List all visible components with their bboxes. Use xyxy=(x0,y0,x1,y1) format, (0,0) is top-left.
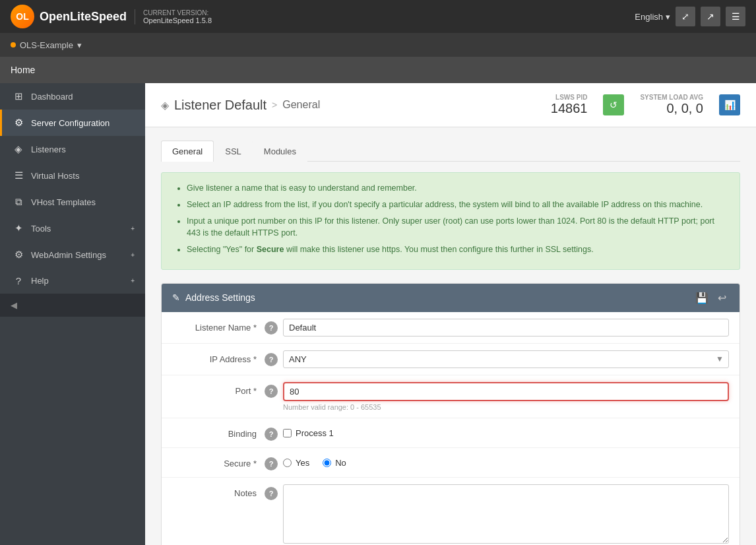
external-link-button[interactable]: ↗ xyxy=(701,7,720,26)
vhost-templates-icon: ⧉ xyxy=(13,196,24,208)
sidebar-item-dashboard[interactable]: ⊞ Dashboard xyxy=(0,83,145,110)
logo-text: OpenLiteSpeed xyxy=(40,10,127,24)
help-icon-listener-name[interactable]: ? xyxy=(265,321,278,335)
listeners-icon: ◈ xyxy=(13,143,24,155)
notes-label: Notes xyxy=(172,484,265,498)
binding-label: Binding xyxy=(172,425,265,439)
tab-modules[interactable]: Modules xyxy=(253,141,307,162)
nav-home[interactable]: Home xyxy=(11,65,35,75)
layout: ⊞ Dashboard ⚙ Server Configuration ◈ Lis… xyxy=(0,83,756,545)
help-icon: ? xyxy=(13,275,24,286)
topbar-left: OL OpenLiteSpeed Current Version: OpenLi… xyxy=(11,5,212,28)
sidebar-item-vhost-templates[interactable]: ⧉ VHost Templates xyxy=(0,189,145,215)
notes-control xyxy=(283,484,729,545)
notes-help: ? xyxy=(265,484,283,500)
notes-row: Notes ? xyxy=(162,478,740,545)
help-icon-ip-address[interactable]: ? xyxy=(265,353,278,366)
port-hint: Number valid range: 0 - 65535 xyxy=(283,403,729,411)
info-item-1: Give listener a name that is easy to und… xyxy=(187,182,728,195)
breadcrumb: ◈ Listener Default > General xyxy=(161,98,320,113)
secure-no-radio[interactable] xyxy=(323,459,331,467)
content-body: General SSL Modules Give listener a name… xyxy=(145,127,756,545)
tools-arrow: + xyxy=(131,225,135,232)
port-label: Port * xyxy=(172,382,265,396)
sidebar: ⊞ Dashboard ⚙ Server Configuration ◈ Lis… xyxy=(0,83,145,545)
form-section-actions: 💾 ↩ xyxy=(693,290,729,305)
stats-area: LSWS PID 14861 ↺ SYSTEM LOAD AVG 0, 0, 0… xyxy=(551,94,740,116)
logo-icon: OL xyxy=(11,5,34,28)
save-button[interactable]: 💾 xyxy=(693,290,711,305)
tab-ssl[interactable]: SSL xyxy=(214,141,253,162)
navbar: Home xyxy=(0,57,756,83)
sidebar-item-help[interactable]: ? Help + xyxy=(0,268,145,294)
secure-row: Secure * ? Yes No xyxy=(162,448,740,478)
address-settings-section: ✎ Address Settings 💾 ↩ Listener Name * ? xyxy=(161,283,740,545)
ip-address-control: ANY ▼ xyxy=(283,350,729,368)
port-help: ? xyxy=(265,382,283,398)
lsws-pid-block: LSWS PID 14861 xyxy=(551,94,588,116)
help-arrow: + xyxy=(131,277,135,284)
tools-icon: ✦ xyxy=(13,222,24,234)
ip-address-label: IP Address * xyxy=(172,350,265,364)
tab-general[interactable]: General xyxy=(161,141,214,162)
secure-no-label[interactable]: No xyxy=(323,458,346,468)
sidebar-item-webadmin-settings[interactable]: ⚙ WebAdmin Settings + xyxy=(0,241,145,268)
binding-checkbox[interactable] xyxy=(283,429,292,437)
port-input[interactable] xyxy=(283,382,729,401)
sidebar-collapse-btn[interactable]: ◀ xyxy=(0,294,145,317)
secure-help: ? xyxy=(265,455,283,470)
ip-address-help: ? xyxy=(265,350,283,366)
main-content: ◈ Listener Default > General LSWS PID 14… xyxy=(145,83,756,545)
sidebar-item-server-configuration[interactable]: ⚙ Server Configuration xyxy=(0,110,145,136)
back-button[interactable]: ↩ xyxy=(715,290,729,305)
binding-row: Binding ? Process 1 xyxy=(162,418,740,448)
ip-address-row: IP Address * ? ANY ▼ xyxy=(162,344,740,375)
secure-yes-radio[interactable] xyxy=(283,459,292,467)
system-load-block: SYSTEM LOAD AVG 0, 0, 0 xyxy=(640,94,703,116)
virtual-hosts-icon: ☰ xyxy=(13,170,24,181)
fullscreen-button[interactable]: ⤢ xyxy=(676,7,695,26)
instance-bar: OLS-Example ▾ xyxy=(0,33,756,57)
dashboard-icon: ⊞ xyxy=(13,90,24,102)
listener-name-input[interactable] xyxy=(283,319,729,337)
chart-button[interactable]: 📊 xyxy=(719,94,740,115)
tabs: General SSL Modules xyxy=(161,141,740,162)
form-section-title: ✎ Address Settings xyxy=(172,292,255,303)
ip-address-select-wrap: ANY ▼ xyxy=(283,350,729,368)
port-row: Port * ? Number valid range: 0 - 65535 xyxy=(162,375,740,418)
webadmin-icon: ⚙ xyxy=(13,249,24,261)
listener-name-label: Listener Name * xyxy=(172,319,265,333)
help-icon-secure[interactable]: ? xyxy=(265,457,278,470)
listener-name-row: Listener Name * ? xyxy=(162,312,740,344)
breadcrumb-icon: ◈ xyxy=(161,99,169,112)
webadmin-arrow: + xyxy=(131,251,135,259)
ip-address-select[interactable]: ANY xyxy=(283,350,729,368)
form-section-header: ✎ Address Settings 💾 ↩ xyxy=(162,284,740,312)
info-box: Give listener a name that is easy to und… xyxy=(161,172,740,270)
notes-textarea[interactable] xyxy=(283,484,729,544)
port-control: Number valid range: 0 - 65535 xyxy=(283,382,729,411)
secure-label: Secure * xyxy=(172,455,265,468)
secure-radio-group: Yes No xyxy=(283,455,729,468)
instance-selector[interactable]: OLS-Example ▾ xyxy=(11,40,82,50)
sidebar-item-listeners[interactable]: ◈ Listeners xyxy=(0,136,145,162)
sidebar-item-tools[interactable]: ✦ Tools + xyxy=(0,215,145,241)
restart-button[interactable]: ↺ xyxy=(603,94,624,115)
info-item-3: Input a unique port number on this IP fo… xyxy=(187,215,728,240)
binding-checkbox-label[interactable]: Process 1 xyxy=(283,425,729,438)
content-header: ◈ Listener Default > General LSWS PID 14… xyxy=(145,83,756,127)
server-config-icon: ⚙ xyxy=(13,117,24,129)
secure-control: Yes No xyxy=(283,455,729,468)
instance-dot xyxy=(11,42,16,48)
sidebar-item-virtual-hosts[interactable]: ☰ Virtual Hosts xyxy=(0,162,145,189)
listener-name-control xyxy=(283,319,729,337)
version-info: Current Version: OpenLiteSpeed 1.5.8 xyxy=(135,9,212,24)
help-icon-notes[interactable]: ? xyxy=(265,487,278,500)
binding-help: ? xyxy=(265,425,283,441)
help-icon-port[interactable]: ? xyxy=(265,385,278,398)
secure-yes-label[interactable]: Yes xyxy=(283,458,309,468)
binding-control: Process 1 xyxy=(283,425,729,438)
language-selector[interactable]: English ▾ xyxy=(635,12,670,22)
menu-button[interactable]: ☰ xyxy=(726,7,745,26)
help-icon-binding[interactable]: ? xyxy=(265,428,278,441)
